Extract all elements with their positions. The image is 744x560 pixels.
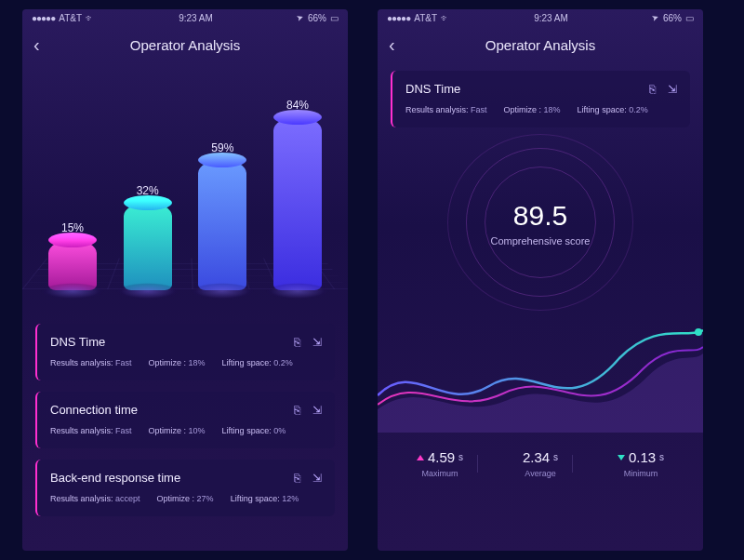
location-icon: ➤	[296, 12, 306, 23]
export-icon[interactable]: ⇲	[311, 404, 324, 417]
bar-1: 15%	[43, 221, 102, 290]
trend-line-chart	[378, 312, 703, 433]
score-label: Comprehensive score	[491, 235, 591, 247]
score-value: 89.5	[513, 200, 567, 232]
location-icon: ➤	[651, 12, 661, 23]
export-icon[interactable]: ⇲	[666, 83, 679, 96]
operator-analysis-detail-screen: ●●●●● AT&T ᯤ 9:23 AM ➤ 66% ▭ ‹ Operator …	[378, 9, 703, 551]
status-bar: ●●●●● AT&T ᯤ 9:23 AM ➤ 66% ▭	[22, 9, 348, 26]
stat-average: 2.34s Average	[508, 449, 573, 478]
battery-label: 66%	[663, 13, 682, 23]
page-title: Operator Analysis	[485, 37, 595, 53]
card-title: Connection time	[50, 403, 138, 417]
bar-4: 84%	[268, 99, 327, 290]
card-backend-response[interactable]: Back-end response time ⎘ ⇲ Results analy…	[35, 460, 335, 516]
svg-point-0	[695, 328, 702, 336]
comprehensive-score: 89.5 Comprehensive score	[378, 135, 703, 312]
metric-card-list[interactable]: DNS Time ⎘ ⇲ Results analysis: Fast Opti…	[22, 314, 348, 516]
bar-3: 59%	[193, 141, 252, 290]
copy-icon[interactable]: ⎘	[290, 404, 303, 417]
carrier-label: AT&T	[59, 13, 82, 23]
card-title: DNS Time	[405, 82, 460, 96]
card-metrics: Results analysis: Fast Optimize : 18% Li…	[50, 358, 324, 367]
wifi-icon: ᯤ	[86, 13, 95, 23]
up-arrow-icon	[417, 455, 424, 460]
clock-label: 9:23 AM	[534, 13, 568, 23]
wifi-icon: ᯤ	[441, 13, 450, 23]
copy-icon[interactable]: ⎘	[290, 472, 303, 485]
clock-label: 9:23 AM	[179, 13, 213, 23]
battery-icon: ▭	[685, 13, 694, 23]
card-title: DNS Time	[50, 335, 105, 349]
nav-bar: ‹ Operator Analysis	[22, 26, 348, 63]
status-bar: ●●●●● AT&T ᯤ 9:23 AM ➤ 66% ▭	[378, 9, 703, 26]
copy-icon[interactable]: ⎘	[290, 336, 303, 349]
stat-minimum: 0.13s Minimum	[603, 449, 679, 478]
battery-label: 66%	[308, 13, 326, 23]
export-icon[interactable]: ⇲	[311, 472, 324, 485]
back-button[interactable]: ‹	[33, 34, 40, 56]
stats-row: 4.59s Maximum 2.34s Average 0.13s Minimu…	[378, 433, 703, 478]
card-dns-time[interactable]: DNS Time ⎘ ⇲ Results analysis: Fast Opti…	[35, 324, 335, 380]
card-title: Back-end response time	[50, 471, 180, 485]
export-icon[interactable]: ⇲	[311, 336, 324, 349]
nav-bar: ‹ Operator Analysis	[378, 26, 703, 63]
bar-2: 32%	[118, 184, 178, 290]
card-metrics: Results analysis: Fast Optimize : 10% Li…	[50, 426, 324, 435]
signal-dots-icon: ●●●●●	[387, 13, 410, 23]
card-metrics: Results analysis: accept Optimize : 27% …	[50, 494, 324, 503]
page-title: Operator Analysis	[130, 37, 240, 53]
card-metrics: Results analysis: Fast Optimize : 18% Li…	[405, 105, 679, 114]
signal-dots-icon: ●●●●●	[32, 13, 55, 23]
card-dns-time-detail[interactable]: DNS Time ⎘ ⇲ Results analysis: Fast Opti…	[391, 71, 690, 127]
back-button[interactable]: ‹	[389, 34, 395, 56]
down-arrow-icon	[618, 455, 625, 460]
card-connection-time[interactable]: Connection time ⎘ ⇲ Results analysis: Fa…	[35, 392, 335, 448]
battery-icon: ▭	[330, 13, 339, 23]
stat-maximum: 4.59s Maximum	[402, 449, 478, 478]
carrier-label: AT&T	[414, 13, 437, 23]
operator-analysis-screen: ●●●●● AT&T ᯤ 9:23 AM ➤ 66% ▭ ‹ Operator …	[22, 9, 348, 551]
bar-chart: 15% 32% 59% 84%	[22, 63, 348, 314]
copy-icon[interactable]: ⎘	[645, 83, 658, 96]
